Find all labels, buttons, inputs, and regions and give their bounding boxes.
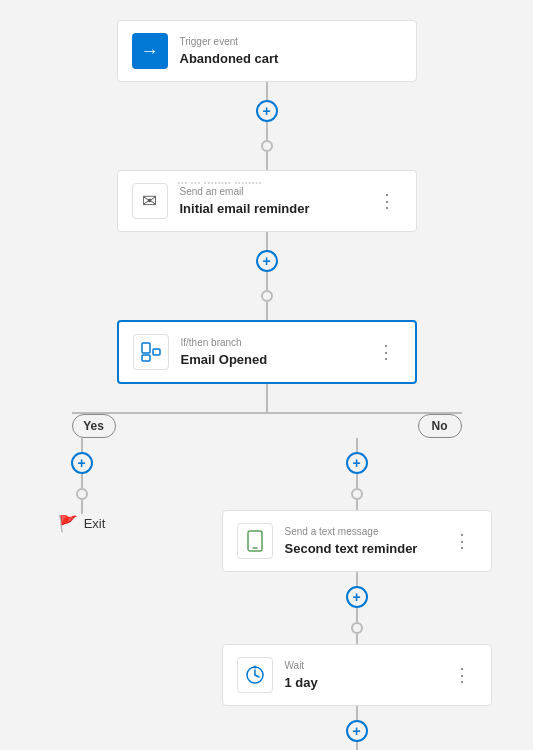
- no-add-button-2[interactable]: +: [346, 586, 368, 608]
- yes-exit-label: Exit: [84, 516, 106, 531]
- trigger-icon: →: [132, 33, 168, 69]
- text-card[interactable]: Send a text message Second text reminder…: [222, 510, 492, 572]
- no-label: No: [418, 414, 462, 438]
- branch-top-line: [266, 384, 268, 414]
- no-dot-2: [351, 622, 363, 634]
- wait-icon: [237, 657, 273, 693]
- dot-1: [261, 140, 273, 152]
- email-menu[interactable]: ⋮: [372, 190, 402, 212]
- email-icon: ✉: [132, 183, 168, 219]
- no-line-5: [356, 608, 358, 622]
- no-line-1: [356, 438, 358, 452]
- add-button-1[interactable]: +: [256, 100, 278, 122]
- branch-text: If/then branch Email Opened: [181, 337, 371, 368]
- text-title: Second text reminder: [285, 541, 418, 556]
- line-1a: [266, 82, 268, 100]
- no-branch-top: No: [418, 414, 462, 438]
- no-dot-1: [351, 488, 363, 500]
- no-column: + Send a text message Second text remind…: [212, 438, 502, 750]
- branch-icon: [133, 334, 169, 370]
- wait-card[interactable]: Wait 1 day ⋮: [222, 644, 492, 706]
- text-menu[interactable]: ⋮: [447, 530, 477, 552]
- email-title: Initial email reminder: [180, 201, 310, 216]
- dot-2: [261, 290, 273, 302]
- email-text: Send an email Initial email reminder: [180, 186, 372, 217]
- svg-point-8: [253, 666, 256, 669]
- yes-exit-flag: 🚩: [58, 514, 78, 533]
- yes-label: Yes: [72, 414, 116, 438]
- trigger-text: Trigger event Abandoned cart: [180, 36, 402, 67]
- email-label: Send an email: [180, 186, 372, 197]
- wait-title: 1 day: [285, 675, 318, 690]
- no-line-7: [356, 706, 358, 720]
- text-card-text: Send a text message Second text reminder: [285, 526, 447, 557]
- branch-columns: + 🚩 Exit +: [22, 438, 512, 750]
- line-1c: [266, 152, 268, 170]
- branch-title: Email Opened: [181, 352, 268, 367]
- svg-rect-0: [142, 343, 150, 353]
- no-line-2: [356, 474, 358, 488]
- branch-labels-row: Yes No: [22, 414, 512, 438]
- branch-card[interactable]: If/then branch Email Opened ⋮: [117, 320, 417, 384]
- line-2b: [266, 272, 268, 290]
- yes-exit-node: 🚩 Exit: [58, 514, 106, 533]
- no-line-4: [356, 572, 358, 586]
- trigger-title: Abandoned cart: [180, 51, 279, 66]
- wait-label: Wait: [285, 660, 447, 671]
- svg-rect-2: [153, 349, 160, 355]
- phone-icon: [237, 523, 273, 559]
- yes-line-3: [81, 500, 83, 514]
- text-label: Send a text message: [285, 526, 447, 537]
- line-2c: [266, 302, 268, 320]
- branch-label: If/then branch: [181, 337, 371, 348]
- branch-menu[interactable]: ⋮: [371, 341, 401, 363]
- yes-dot: [76, 488, 88, 500]
- svg-rect-1: [142, 355, 150, 361]
- connector-2: +: [256, 232, 278, 320]
- add-button-2[interactable]: +: [256, 250, 278, 272]
- yes-line-1: [81, 438, 83, 452]
- flow-canvas: → Trigger event Abandoned cart + ••• •••…: [0, 0, 533, 750]
- no-line-8: [356, 742, 358, 750]
- line-1b: [266, 122, 268, 140]
- yes-add-button[interactable]: +: [71, 452, 93, 474]
- svg-line-7: [255, 675, 259, 677]
- no-add-button-3[interactable]: +: [346, 720, 368, 742]
- email-card[interactable]: ••• ••• •••••••• •••••••• ✉ Send an emai…: [117, 170, 417, 232]
- trigger-label: Trigger event: [180, 36, 402, 47]
- branch-top-connector: [22, 384, 512, 414]
- no-add-button[interactable]: +: [346, 452, 368, 474]
- line-2a: [266, 232, 268, 250]
- connector-1: +: [256, 82, 278, 170]
- trigger-card[interactable]: → Trigger event Abandoned cart: [117, 20, 417, 82]
- wait-menu[interactable]: ⋮: [447, 664, 477, 686]
- email-watermark: ••• ••• •••••••• ••••••••: [178, 179, 263, 186]
- no-line-6: [356, 634, 358, 644]
- yes-column: + 🚩 Exit: [22, 438, 142, 533]
- yes-line-2: [81, 474, 83, 488]
- wait-card-text: Wait 1 day: [285, 660, 447, 691]
- no-line-3: [356, 500, 358, 510]
- yes-branch-top: Yes: [72, 414, 116, 438]
